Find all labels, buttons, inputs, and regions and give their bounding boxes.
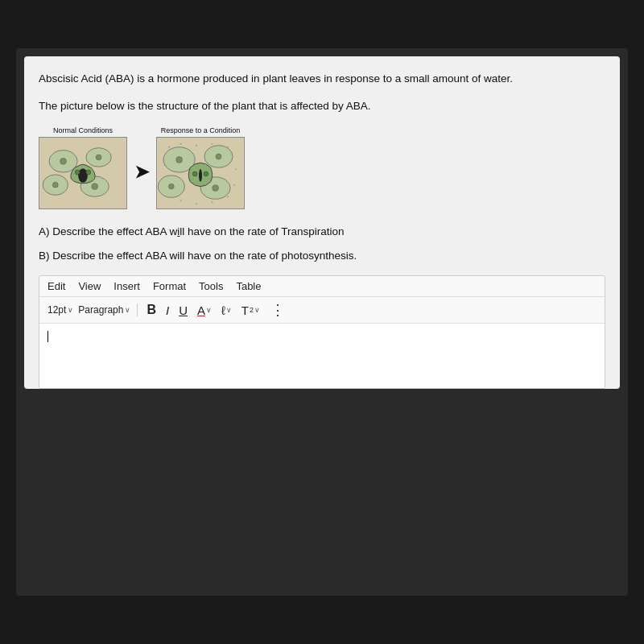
svg-point-24 — [180, 200, 182, 201]
superscript-button[interactable]: T2 ∨ — [239, 303, 262, 318]
bold-button[interactable]: B — [144, 302, 159, 318]
svg-point-16 — [212, 142, 213, 144]
svg-point-15 — [196, 144, 197, 146]
svg-point-14 — [180, 142, 182, 144]
svg-point-32 — [199, 169, 202, 182]
diagram-normal — [39, 137, 127, 209]
svg-point-20 — [233, 184, 235, 185]
toolbar-divider-1 — [137, 303, 138, 316]
svg-point-6 — [60, 158, 67, 164]
text-editor: Edit View Insert Format Tools Table 12pt… — [39, 275, 605, 389]
diagram-arrow: ➤ — [127, 162, 156, 183]
font-color-chevron: ∨ — [206, 306, 212, 314]
diagram-label-left: Normal Conditions — [39, 126, 127, 134]
font-size-chevron: ∨ — [68, 306, 73, 314]
svg-point-23 — [196, 203, 197, 204]
superscript-chevron: ∨ — [254, 306, 260, 314]
superscript-label: T — [242, 303, 249, 317]
paragraph-value: Paragraph — [78, 304, 123, 316]
svg-point-8 — [52, 182, 58, 188]
svg-point-36 — [213, 184, 219, 191]
description-paragraph1: Abscisic Acid (ABA) is a hormone produce… — [39, 71, 605, 87]
font-size-value: 12pt — [47, 304, 66, 316]
menu-view[interactable]: View — [78, 280, 101, 292]
svg-point-22 — [212, 201, 213, 203]
svg-point-34 — [216, 154, 221, 159]
diagram-section: Normal Conditions — [39, 126, 605, 209]
diagram-response — [156, 137, 245, 209]
menu-table[interactable]: Table — [236, 280, 261, 292]
svg-point-19 — [235, 168, 237, 170]
highlight-chevron: ∨ — [226, 306, 232, 314]
description-paragraph2: The picture below is the structure of th… — [39, 98, 605, 114]
question-a: A) Describe the effect ABA will have on … — [39, 224, 605, 240]
svg-point-35 — [168, 184, 174, 189]
question-b: B) Describe the effect ABA will have on … — [39, 248, 605, 264]
svg-point-9 — [92, 183, 98, 189]
diagram-label-right: Response to a Condition — [156, 126, 245, 134]
svg-point-33 — [176, 156, 183, 163]
paragraph-select[interactable]: Paragraph ∨ — [78, 304, 130, 316]
menu-tools[interactable]: Tools — [199, 280, 223, 292]
highlight-label: ℓ — [221, 303, 225, 317]
svg-point-21 — [227, 196, 229, 197]
questions-section: A) Describe the effect ABA will have on … — [39, 224, 605, 265]
italic-button[interactable]: I — [163, 303, 171, 318]
font-color-button[interactable]: A ∨ — [195, 303, 214, 318]
menu-insert[interactable]: Insert — [114, 280, 140, 292]
paragraph-chevron: ∨ — [125, 306, 130, 314]
svg-point-7 — [96, 155, 101, 160]
svg-point-10 — [75, 170, 80, 175]
menu-edit[interactable]: Edit — [47, 280, 65, 292]
font-size-select[interactable]: 12pt ∨ — [47, 304, 73, 316]
svg-point-38 — [204, 171, 208, 176]
superscript-indicator: 2 — [250, 306, 254, 314]
highlight-button[interactable]: ℓ ∨ — [219, 303, 234, 318]
font-color-label: A — [197, 303, 205, 317]
menu-format[interactable]: Format — [153, 280, 186, 292]
text-cursor — [47, 331, 48, 342]
underline-button[interactable]: U — [176, 303, 190, 318]
svg-point-11 — [86, 170, 91, 175]
more-options-button[interactable]: ⋮ — [270, 301, 285, 319]
editor-toolbar: 12pt ∨ Paragraph ∨ B I U A ∨ ℓ ∨ — [39, 297, 605, 324]
svg-point-37 — [192, 171, 197, 176]
editor-body[interactable] — [39, 324, 605, 388]
editor-menubar: Edit View Insert Format Tools Table — [39, 276, 605, 297]
svg-point-5 — [78, 168, 88, 183]
svg-point-13 — [168, 146, 170, 147]
